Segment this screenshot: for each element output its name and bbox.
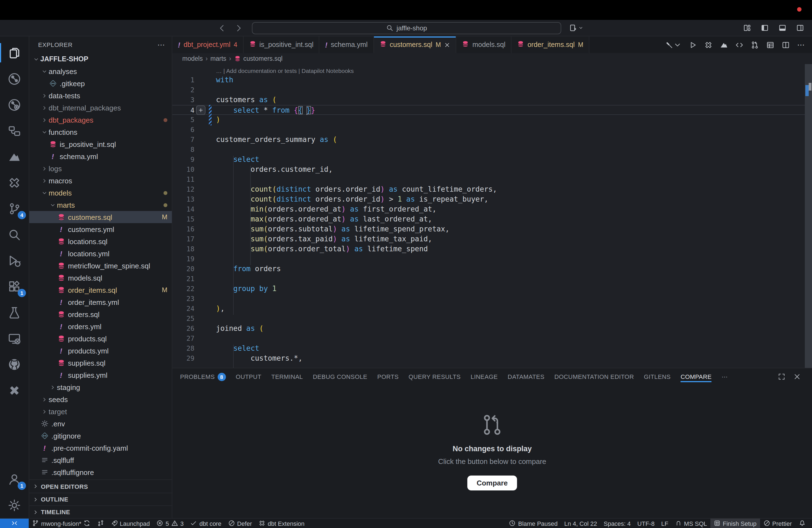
close-icon[interactable] bbox=[444, 42, 450, 48]
code-line-28[interactable]: 28 select bbox=[172, 343, 812, 353]
status-indentation[interactable]: Spaces: 4 bbox=[600, 518, 634, 528]
code-line-7[interactable]: 7customer_orders_summary as ( bbox=[172, 135, 812, 145]
tree-item-supplies.sql[interactable]: supplies.sql bbox=[29, 357, 172, 369]
tree-item-products.sql[interactable]: products.sql bbox=[29, 333, 172, 344]
compile-preview-button[interactable] bbox=[735, 41, 743, 49]
activity-git-graph-alt[interactable] bbox=[0, 92, 29, 118]
code-line-16[interactable]: 16 sum(orders.subtotal) as lifetime_spen… bbox=[172, 224, 812, 234]
status-prettier[interactable]: Prettier bbox=[760, 518, 795, 528]
tree-item-functions[interactable]: functions bbox=[29, 126, 172, 138]
code-line-11[interactable]: 11 bbox=[172, 175, 812, 185]
test-button[interactable] bbox=[704, 41, 713, 49]
code-line-26[interactable]: 26joined as ( bbox=[172, 324, 812, 334]
status-defer[interactable]: Defer bbox=[224, 518, 255, 528]
code-line-4[interactable]: 4 select * from {{ }} bbox=[172, 105, 812, 115]
add-action-button[interactable] bbox=[196, 105, 205, 115]
copilot-icon[interactable] bbox=[569, 24, 583, 32]
tree-item-products.yml[interactable]: !products.yml bbox=[29, 344, 172, 357]
status-compare-branches[interactable] bbox=[94, 518, 107, 528]
git-compare-button[interactable] bbox=[751, 41, 759, 49]
tree-item-customers.yml[interactable]: !customers.yml bbox=[29, 223, 172, 235]
tree-item-seeds[interactable]: seeds bbox=[29, 393, 172, 406]
activity-datamates[interactable] bbox=[0, 377, 29, 403]
code-line-10[interactable]: 10 orders.customer_id, bbox=[172, 165, 812, 175]
activity-settings[interactable] bbox=[0, 492, 29, 518]
tree-item-customers.sql[interactable]: customers.sqlM bbox=[29, 211, 172, 223]
tree-item-orders.yml[interactable]: !orders.yml bbox=[29, 320, 172, 333]
code-line-6[interactable]: 6 bbox=[172, 125, 812, 135]
status-launchpad[interactable]: Launchpad bbox=[107, 518, 153, 528]
tree-item-models[interactable]: models bbox=[29, 187, 172, 199]
code-line-27[interactable]: 27 bbox=[172, 334, 812, 343]
tab-models.sql[interactable]: models.sql bbox=[456, 36, 511, 53]
activity-dbt-power-user[interactable] bbox=[0, 144, 29, 170]
tree-item-dbt-packages[interactable]: dbt_packages bbox=[29, 114, 172, 126]
build-button[interactable] bbox=[665, 41, 682, 49]
code-line-18[interactable]: 18 sum(orders.order_total) as lifetime_s… bbox=[172, 244, 812, 254]
section-open-editors[interactable]: OPEN EDITORS bbox=[29, 480, 172, 493]
panel-tab-terminal[interactable]: TERMINAL bbox=[271, 368, 303, 385]
code-line-29[interactable]: 29 customers.*, bbox=[172, 353, 812, 363]
tree-item-locations.sql[interactable]: locations.sql bbox=[29, 235, 172, 247]
code-line-19[interactable]: 19 bbox=[172, 254, 812, 264]
back-button[interactable] bbox=[218, 24, 227, 32]
tree-item-.sqlfluff[interactable]: .sqlfluff bbox=[29, 454, 172, 466]
status-dbt-extension[interactable]: dbt Extension bbox=[255, 518, 308, 528]
activity-extensions[interactable]: 1 bbox=[0, 274, 29, 299]
panel-tab-more[interactable]: ⋯ bbox=[722, 368, 728, 385]
breadcrumb-item[interactable]: marts bbox=[211, 55, 227, 62]
breadcrumb-item[interactable]: models bbox=[182, 55, 203, 62]
tree-item-marts[interactable]: marts bbox=[29, 199, 172, 211]
breadcrumb[interactable]: models›marts›customers.sql bbox=[172, 53, 812, 64]
status-problems[interactable]: 53 bbox=[153, 518, 187, 528]
panel-tab-documentation-editor[interactable]: DOCUMENTATION EDITOR bbox=[554, 368, 634, 385]
tree-item-order-items.yml[interactable]: !order_items.yml bbox=[29, 296, 172, 308]
activity-search[interactable] bbox=[0, 221, 29, 247]
panel-tab-datamates[interactable]: DATAMATES bbox=[508, 368, 545, 385]
layout-grid-toggle[interactable] bbox=[743, 24, 751, 32]
status-encoding[interactable]: UTF-8 bbox=[634, 518, 658, 528]
panel-tab-gitlens[interactable]: GITLENS bbox=[644, 368, 671, 385]
activity-remote-explorer[interactable] bbox=[0, 325, 29, 351]
tree-item-.pre-commit-config.yaml[interactable]: !.pre-commit-config.yaml bbox=[29, 442, 172, 454]
tree-item-supplies.yml[interactable]: !supplies.yml bbox=[29, 369, 172, 381]
panel-tab-output[interactable]: OUTPUT bbox=[236, 368, 261, 385]
split-editor-button[interactable] bbox=[782, 41, 790, 49]
status-branch[interactable]: mwong-fusion* bbox=[29, 518, 94, 528]
tree-item-models.sql[interactable]: models.sql bbox=[29, 272, 172, 284]
status-cursor-position[interactable]: Ln 4, Col 22 bbox=[561, 518, 600, 528]
breadcrumb-item[interactable]: customers.sql bbox=[243, 55, 282, 62]
status-remote[interactable] bbox=[0, 518, 29, 528]
code-line-12[interactable]: 12 count(distinct orders.order_id) as co… bbox=[172, 185, 812, 194]
tree-item-.gitignore[interactable]: .gitignore bbox=[29, 430, 172, 442]
tree-item-schema.yml[interactable]: !schema.yml bbox=[29, 150, 172, 162]
tree-item-analyses[interactable]: analyses bbox=[29, 65, 172, 77]
status-finish-setup[interactable]: Finish Setup bbox=[710, 518, 760, 528]
code-line-5[interactable]: 5) bbox=[172, 115, 812, 125]
tab-is-positive-int.sql[interactable]: is_positive_int.sql bbox=[243, 36, 320, 53]
tree-item-.sqlfluffignore[interactable]: .sqlfluffignore bbox=[29, 466, 172, 478]
tree-item-macros[interactable]: macros bbox=[29, 175, 172, 187]
activity-git-graph[interactable] bbox=[0, 66, 29, 92]
status-notifications[interactable] bbox=[795, 518, 809, 528]
codelens-actions[interactable]: … | Add documentation or tests | Datapil… bbox=[172, 64, 812, 75]
status-language-mode[interactable]: MS SQL bbox=[672, 518, 710, 528]
code-line-25[interactable]: 25 bbox=[172, 314, 812, 324]
panel-tab-debug-console[interactable]: DEBUG CONSOLE bbox=[313, 368, 367, 385]
dbt-docs-button[interactable] bbox=[720, 41, 728, 49]
panel-right-toggle[interactable] bbox=[796, 24, 804, 32]
tree-item-.gitkeep[interactable]: .gitkeep bbox=[29, 77, 172, 89]
activity-accounts[interactable]: 1 bbox=[0, 466, 29, 492]
command-center-search[interactable]: jaffle-shop bbox=[252, 22, 561, 34]
activity-explorer[interactable] bbox=[0, 40, 29, 66]
section-timeline[interactable]: TIMELINE bbox=[29, 505, 172, 518]
code-line-14[interactable]: 14 min(orders.ordered_at) as first_order… bbox=[172, 204, 812, 214]
activity-testing[interactable] bbox=[0, 299, 29, 325]
panel-tab-query-results[interactable]: QUERY RESULTS bbox=[408, 368, 461, 385]
tree-item-is-positive-int.sql[interactable]: is_positive_int.sql bbox=[29, 138, 172, 150]
tree-item-dbt-internal-packages[interactable]: dbt_internal_packages bbox=[29, 102, 172, 114]
code-line-22[interactable]: 22 group by 1 bbox=[172, 284, 812, 294]
close-panel-icon[interactable] bbox=[793, 373, 801, 381]
tab-customers.sql[interactable]: customers.sqlM bbox=[374, 36, 456, 53]
status-blame[interactable]: Blame Paused bbox=[506, 518, 561, 528]
